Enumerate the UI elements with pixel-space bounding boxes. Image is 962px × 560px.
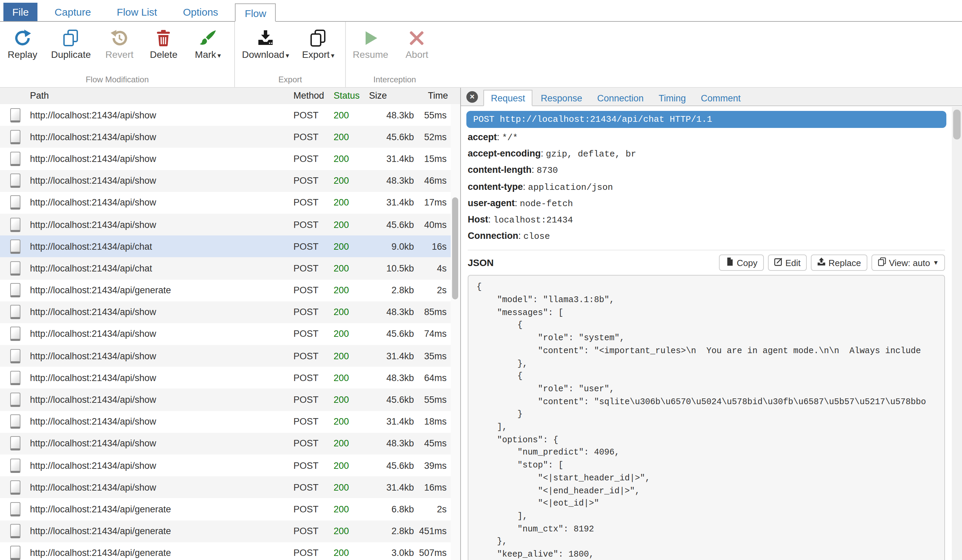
duplicate-button[interactable]: Duplicate [50,29,92,60]
flow-method: POST [291,548,332,558]
flow-path: http://localhost:21434/api/show [30,219,291,230]
header-name: Host [468,214,488,225]
flow-status: 200 [332,154,368,164]
download-button[interactable]: Download▾ [240,29,291,60]
flow-status: 200 [332,307,368,317]
tab-options[interactable]: Options [174,3,227,21]
flow-path: http://localhost:21434/api/show [30,439,291,449]
column-header-size[interactable]: Size [368,88,418,104]
flow-method: POST [291,526,332,536]
toolbar-group-interception: ResumeAbortInterception [346,22,443,87]
flow-size: 45.6kb [368,395,418,405]
table-row[interactable]: http://localhost:21434/api/showPOST20045… [0,126,451,148]
table-row[interactable]: http://localhost:21434/api/showPOST20045… [0,389,451,410]
copy-button[interactable]: Copy [719,255,763,271]
table-row[interactable]: http://localhost:21434/api/generatePOST2… [0,279,451,301]
flow-document-icon [10,349,20,363]
table-row[interactable]: http://localhost:21434/api/showPOST20048… [0,104,451,126]
flow-path: http://localhost:21434/api/generate [30,526,291,536]
flow-method: POST [291,439,332,449]
table-row[interactable]: http://localhost:21434/api/generatePOST2… [0,542,451,560]
table-row[interactable]: http://localhost:21434/api/generatePOST2… [0,499,451,520]
flow-time: 85ms [418,307,451,317]
tab-capture[interactable]: Capture [45,3,100,21]
edit-button[interactable]: Edit [768,255,807,271]
table-row[interactable]: http://localhost:21434/api/showPOST20031… [0,345,451,367]
flow-size: 31.4kb [368,198,418,208]
table-row[interactable]: http://localhost:21434/api/generatePOST2… [0,520,451,542]
tab-response[interactable]: Response [534,90,589,105]
table-row[interactable]: http://localhost:21434/api/showPOST20031… [0,148,451,170]
abort-button[interactable]: Abort [400,29,434,60]
flow-time: 46ms [418,175,451,186]
column-header-status[interactable]: Status [332,88,368,104]
scrollbar-thumb[interactable] [953,109,960,140]
tab-file[interactable]: File [3,3,37,21]
flow-time: 15ms [418,154,451,164]
revert-button[interactable]: Revert [102,29,137,60]
flow-time: 507ms [418,548,451,558]
header-name: Connection [468,231,518,241]
replace-button[interactable]: Replace [811,255,867,271]
request-headers: accept: */*accept-encoding: gzip, deflat… [468,132,946,247]
flow-path: http://localhost:21434/api/generate [30,548,291,558]
caret-down-icon: ▼ [933,259,939,266]
flow-status: 200 [332,548,368,558]
delete-button[interactable]: Delete [147,29,181,60]
flow-document-icon [10,502,20,517]
table-row[interactable]: http://localhost:21434/api/showPOST20045… [0,214,451,235]
replay-icon [14,29,31,48]
flow-method: POST [291,460,332,470]
request-line[interactable]: POST http://localhost:21434/api/chat HTT… [466,111,946,128]
table-row[interactable]: http://localhost:21434/api/chatPOST20010… [0,257,451,279]
flow-document-icon [10,393,20,407]
detail-scrollbar[interactable] [952,107,962,560]
flow-table: http://localhost:21434/api/showPOST20048… [0,104,451,560]
table-row[interactable]: http://localhost:21434/api/showPOST20031… [0,192,451,214]
scrollbar-thumb[interactable] [452,197,458,299]
flow-status: 200 [332,526,368,536]
table-row[interactable]: http://localhost:21434/api/showPOST20048… [0,433,451,455]
tab-flow-list[interactable]: Flow List [108,3,166,21]
flow-method: POST [291,285,332,295]
flow-size: 45.6kb [368,329,418,339]
flow-method: POST [291,154,332,164]
column-header-time[interactable]: Time [418,88,451,104]
table-row[interactable]: http://localhost:21434/api/showPOST20031… [0,476,451,498]
tab-flow[interactable]: Flow [235,3,276,22]
column-header-path[interactable]: Path [30,88,291,104]
column-header-method[interactable]: Method [291,88,332,104]
replay-button[interactable]: Replay [5,29,39,60]
flow-method: POST [291,219,332,230]
flow-status: 200 [332,417,368,426]
tab-comment[interactable]: Comment [694,90,747,105]
flow-time: 64ms [418,373,451,383]
flow-time: 16s [418,241,451,251]
table-row[interactable]: http://localhost:21434/api/showPOST20031… [0,410,451,433]
view-button[interactable]: View: auto▼ [871,255,945,271]
flow-path: http://localhost:21434/api/chat [30,263,291,274]
tab-timing[interactable]: Timing [652,90,693,105]
header-value: gzip, deflate, br [546,149,636,159]
resume-button[interactable]: Resume [351,29,389,60]
view-icon [877,257,886,269]
request-body-json[interactable]: { "model": "llama3.1:8b", "messages": [ … [468,275,945,560]
replace-icon [817,257,826,269]
table-row[interactable]: http://localhost:21434/api/showPOST20045… [0,323,451,345]
table-row[interactable]: http://localhost:21434/api/showPOST20048… [0,367,451,389]
mark-button[interactable]: Mark▾ [191,29,225,60]
flowlist-scrollbar[interactable] [451,104,460,560]
close-flow-button[interactable]: × [466,91,478,102]
table-row[interactable]: http://localhost:21434/api/showPOST20048… [0,301,451,323]
table-row[interactable]: http://localhost:21434/api/showPOST20048… [0,170,451,191]
copy-icon [725,257,734,269]
flow-method: POST [291,132,332,142]
tab-connection[interactable]: Connection [590,90,650,105]
download-icon [257,29,274,48]
tab-request[interactable]: Request [483,90,533,106]
flow-document-icon [10,196,20,210]
table-row[interactable]: http://localhost:21434/api/chatPOST2009.… [0,235,451,257]
export-button[interactable]: Export▾ [300,29,336,60]
table-row[interactable]: http://localhost:21434/api/showPOST20045… [0,455,451,476]
flow-time: 55ms [418,395,451,405]
